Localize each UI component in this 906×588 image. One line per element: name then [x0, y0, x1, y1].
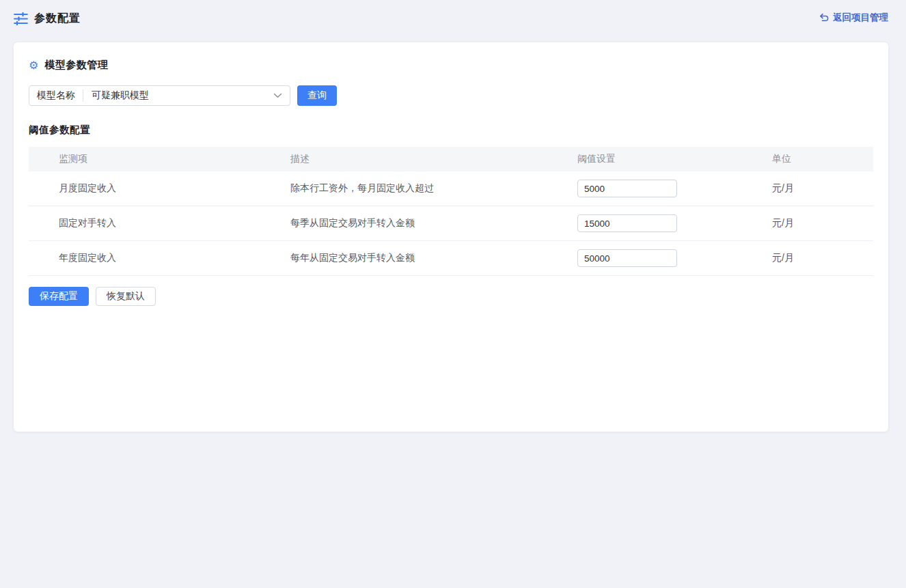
chevron-down-icon [273, 93, 290, 98]
row-description: 每年从固定交易对手转入金额 [279, 252, 566, 264]
threshold-input[interactable] [577, 249, 677, 267]
save-config-button[interactable]: 保存配置 [29, 287, 89, 306]
row-unit: 元/月 [761, 182, 873, 195]
col-header-unit: 单位 [761, 153, 873, 165]
table-header-row: 监测项 描述 阈值设置 单位 [29, 147, 873, 171]
row-unit: 元/月 [761, 252, 873, 264]
row-monitor-item: 月度固定收入 [29, 182, 279, 195]
model-name-select[interactable]: 模型名称 可疑兼职模型 [29, 85, 290, 106]
table-row: 年度固定收入 每年从固定交易对手转入金额 元/月 [29, 241, 873, 276]
table-body: 月度固定收入 除本行工资外，每月固定收入超过 元/月 固定对手转入 每季从固定交… [29, 171, 873, 276]
row-description: 除本行工资外，每月固定收入超过 [279, 182, 566, 195]
model-parameter-card: ⚙ 模型参数管理 模型名称 可疑兼职模型 查询 阈值参数配置 监测项 描述 阈值… [14, 42, 888, 432]
back-link-label: 返回项目管理 [833, 12, 888, 24]
table-row: 固定对手转入 每季从固定交易对手转入金额 元/月 [29, 206, 873, 241]
threshold-section-title: 阈值参数配置 [29, 124, 873, 137]
top-bar: 参数配置 返回项目管理 [0, 0, 906, 42]
threshold-input[interactable] [577, 214, 677, 232]
col-header-desc: 描述 [279, 153, 566, 165]
threshold-input[interactable] [577, 180, 677, 197]
back-to-project-link[interactable]: 返回项目管理 [819, 12, 888, 24]
restore-default-button[interactable]: 恢复默认 [96, 287, 156, 306]
card-title: 模型参数管理 [44, 59, 108, 72]
row-monitor-item: 固定对手转入 [29, 217, 279, 229]
row-unit: 元/月 [761, 217, 873, 229]
sliders-icon [14, 12, 28, 25]
page-title: 参数配置 [34, 12, 81, 26]
col-header-threshold: 阈值设置 [566, 153, 761, 165]
undo-arrow-icon [819, 13, 829, 23]
threshold-table: 监测项 描述 阈值设置 单位 月度固定收入 除本行工资外，每月固定收入超过 元/… [29, 147, 873, 276]
query-button[interactable]: 查询 [297, 85, 337, 106]
table-row: 月度固定收入 除本行工资外，每月固定收入超过 元/月 [29, 171, 873, 206]
row-monitor-item: 年度固定收入 [29, 252, 279, 264]
col-header-item: 监测项 [29, 153, 279, 165]
row-description: 每季从固定交易对手转入金额 [279, 217, 566, 229]
gear-icon: ⚙ [29, 60, 38, 71]
model-name-label: 模型名称 [29, 86, 83, 105]
model-name-value: 可疑兼职模型 [83, 89, 273, 102]
